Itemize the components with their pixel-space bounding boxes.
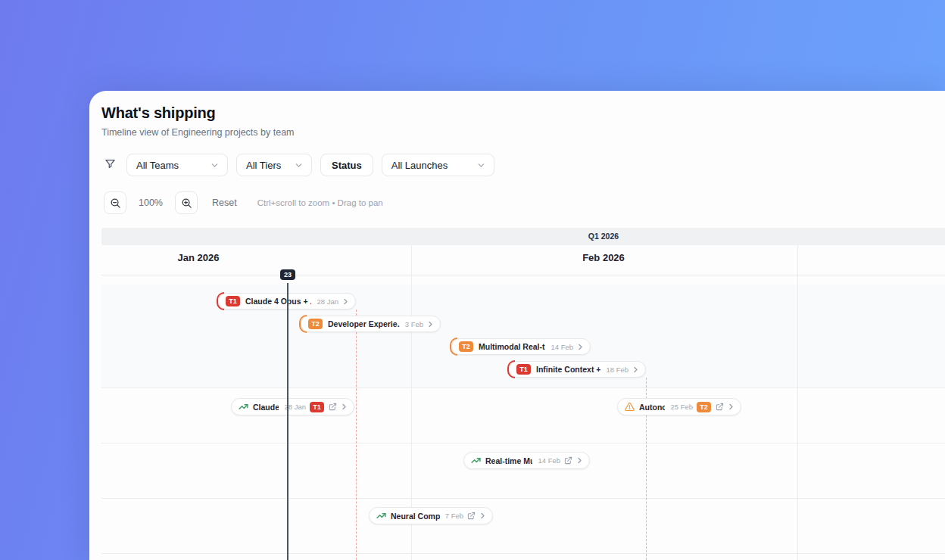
chevron-right-icon [479,512,486,519]
zoom-out-button[interactable] [104,191,126,214]
zoom-level: 100% [126,198,175,208]
project-pill[interactable]: T2Multimodal Real-t...14 Feb [451,338,591,355]
launches-select-value: All Launches [391,160,448,171]
chevron-right-icon [576,457,583,464]
tier-badge: T1 [226,296,240,306]
tiers-select-value: All Tiers [246,160,281,171]
start-bracket [507,360,515,378]
row-divider [101,498,945,499]
zoom-pan-hint: Ctrl+scroll to zoom • Drag to pan [257,198,383,207]
project-pill[interactable]: T2Developer Experie...3 Feb [301,316,441,332]
project-title: Claude 4 Opus + ... [245,297,311,306]
trend-up-icon [239,402,248,412]
deadline-line [356,310,357,560]
month-header-row [101,245,945,275]
row-divider [101,553,945,554]
start-bracket [450,338,457,356]
quarter-label: Q1 2026 [588,228,619,245]
project-title: Multimodal Real-t... [479,342,545,351]
launch-date: 7 Feb [445,512,463,520]
today-line [287,283,288,560]
chevron-right-icon [728,403,734,410]
chevron-right-icon [341,403,348,410]
launch-title: Neural Computer... [391,512,440,521]
tier-badge: T1 [310,402,324,412]
warning-icon [625,402,635,412]
project-title: Infinite Context + ... [536,365,600,374]
trend-up-icon [471,456,481,465]
tier-badge: T2 [459,341,473,352]
launch-pill[interactable]: Claude 4 ...28 JanT1 [231,398,354,415]
reset-button[interactable]: Reset [212,198,237,208]
chevron-down-icon [476,160,486,170]
filter-bar: All Teams All Tiers Status All Launches [101,154,945,176]
launch-title: Autonomo... [639,403,665,412]
tier-badge: T2 [697,402,711,412]
start-bracket [217,292,224,310]
status-button[interactable]: Status [320,154,373,176]
row-divider [101,387,945,388]
project-date: 14 Feb [550,343,573,351]
month-label: Jan 2026 [178,252,220,263]
trend-up-icon [376,511,386,521]
start-bracket [299,315,307,333]
project-pill[interactable]: T1Infinite Context + ...18 Feb [509,361,646,378]
month-gridline [797,245,798,560]
launch-pill[interactable]: Neural Computer...7 Feb [369,507,493,524]
launch-date: 14 Feb [538,456,560,465]
today-marker: 23 [280,269,295,280]
project-date: 3 Feb [405,320,423,328]
tier-badge: T1 [516,364,531,375]
launch-date: 25 Feb [670,403,693,411]
tier-badge: T2 [308,319,323,329]
magnifier-minus-icon [110,198,121,209]
zoom-in-button[interactable] [175,191,198,214]
launches-select[interactable]: All Launches [382,154,494,176]
external-link-icon [564,456,572,465]
external-link-icon [467,512,476,520]
page-subtitle: Timeline view of Engineering projects by… [101,127,945,138]
magnifier-plus-icon [181,198,192,209]
project-date: 18 Feb [606,366,628,374]
chevron-down-icon [294,160,304,170]
chevron-right-icon [427,321,434,328]
launch-pill[interactable]: Autonomo...25 FebT2 [617,398,741,415]
chevron-down-icon [210,160,220,170]
month-label: Feb 2026 [582,252,625,263]
quarter-header: Q1 2026 [101,228,945,245]
row-divider [101,443,945,443]
teams-select-value: All Teams [136,160,179,171]
external-link-icon [329,403,337,411]
launch-pill[interactable]: Real-time Multi...14 Feb [463,452,590,469]
chevron-right-icon [632,366,639,373]
chevron-right-icon [577,344,584,350]
main-card: What's shipping Timeline view of Enginee… [89,91,945,560]
launch-title: Real-time Multi... [485,456,532,465]
tiers-select[interactable]: All Tiers [236,154,312,176]
timeline-canvas[interactable]: Q1 2026 Jan 2026Feb 202623T1Claude 4 Opu… [101,228,945,560]
funnel-icon [104,158,116,173]
teams-select[interactable]: All Teams [126,154,228,176]
project-title: Developer Experie... [328,319,400,328]
page-background: What's shipping Timeline view of Enginee… [0,0,945,560]
chevron-right-icon [342,298,349,305]
external-link-icon [716,403,724,411]
page-title: What's shipping [101,104,945,122]
project-date: 28 Jan [317,297,338,306]
zoom-toolbar: 100% Reset Ctrl+scroll to zoom • Drag to… [104,191,945,214]
launch-title: Claude 4 ... [253,403,279,412]
